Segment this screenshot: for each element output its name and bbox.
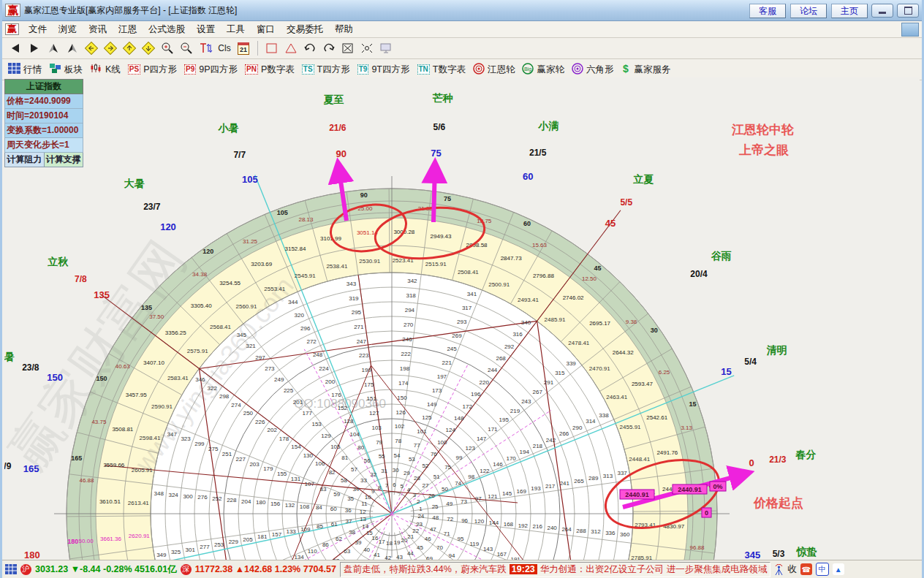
symbol-title: 上证指数 xyxy=(4,79,83,94)
menu-item-5[interactable]: 公式选股 xyxy=(143,22,191,37)
svg-text:小满: 小满 xyxy=(537,120,558,132)
svg-text:2470.91: 2470.91 xyxy=(589,365,610,372)
module-button-江恩轮[interactable]: 江恩轮 xyxy=(472,63,520,77)
menu-logo-icon: 赢 xyxy=(5,23,19,35)
t-updown-icon[interactable] xyxy=(197,40,214,56)
peak-right-icon[interactable] xyxy=(64,40,81,56)
module-button-9P四方形[interactable]: P99P四方形 xyxy=(183,64,242,76)
module-label: 行情 xyxy=(23,64,42,76)
phone-tray-icon[interactable]: ☎ xyxy=(800,563,812,575)
calendar-icon[interactable]: 21 xyxy=(235,40,252,56)
svg-text:75: 75 xyxy=(431,148,441,159)
svg-text:149: 149 xyxy=(427,401,437,408)
rotate-ccw-icon[interactable] xyxy=(301,40,319,56)
news-ticker[interactable]: 盘前走低，特斯拉跌3.44%，蔚来汽车跌 19:23 华力创通：出资2亿设立子公… xyxy=(340,562,770,577)
menu-item-8[interactable]: 窗口 xyxy=(251,22,281,37)
module-button-T数字表[interactable]: TNT数字表 xyxy=(416,64,470,76)
svg-text:3559.66: 3559.66 xyxy=(103,462,124,468)
menu-item-9[interactable]: 交易委托 xyxy=(281,22,329,37)
title-bar: 赢 赢家江恩专业版[赢家内部服务平台] - [上证指数 江恩轮] 客服论坛主页 xyxy=(2,0,922,21)
svg-text:250: 250 xyxy=(243,410,254,417)
svg-text:79: 79 xyxy=(376,439,382,446)
svg-text:105: 105 xyxy=(277,209,288,216)
diamond-down-icon[interactable] xyxy=(140,40,157,56)
peak-left-icon[interactable] xyxy=(45,40,62,56)
svg-text:0%: 0% xyxy=(713,483,722,490)
svg-text:226: 226 xyxy=(255,419,265,425)
cls-icon[interactable]: Cls xyxy=(216,40,233,56)
module-button-P数字表[interactable]: PNP数字表 xyxy=(243,64,299,76)
rotate-cw-icon[interactable] xyxy=(320,40,338,56)
menu-item-4[interactable]: 江恩 xyxy=(113,22,143,37)
titlebar-button-1[interactable]: 客服 xyxy=(749,4,786,18)
titlebar-button-2[interactable]: 论坛 xyxy=(790,4,827,18)
menu-item-6[interactable]: 设置 xyxy=(191,22,221,37)
module-button-K线[interactable]: K线 xyxy=(88,63,125,76)
rect-tool-icon[interactable] xyxy=(263,40,281,56)
menu-item-2[interactable]: 浏览 xyxy=(53,22,83,37)
module-button-赢家服务[interactable]: $赢家服务 xyxy=(619,63,675,77)
svg-text:109: 109 xyxy=(300,526,311,533)
calc-resistance-button[interactable]: 计算阻力 xyxy=(4,153,45,167)
module-button-P四方形[interactable]: PSP四方形 xyxy=(126,64,181,76)
svg-text:26: 26 xyxy=(428,493,435,499)
mdi-child-controls[interactable] xyxy=(901,23,919,37)
menu-item-3[interactable]: 资讯 xyxy=(83,22,113,37)
svg-text:11: 11 xyxy=(361,501,368,507)
drop-tray-icon[interactable]: ▲ xyxy=(833,563,844,575)
diamond-up-icon[interactable] xyxy=(121,40,138,56)
module-button-板块[interactable]: 板块 xyxy=(48,63,87,76)
news-item-2[interactable]: 华力创通：出资2亿设立子公司 进一步聚焦集成电路领域 xyxy=(540,563,767,576)
module-button-赢家轮[interactable]: Big赢家轮 xyxy=(520,63,569,77)
diamond-left-icon[interactable] xyxy=(83,40,100,56)
svg-text:100: 100 xyxy=(437,439,447,446)
news-item-1[interactable]: 盘前走低，特斯拉跌3.44%，蔚来汽车跌 xyxy=(344,563,507,576)
svg-text:220: 220 xyxy=(480,379,490,386)
svg-text:51: 51 xyxy=(433,474,440,480)
triangle-tool-icon[interactable] xyxy=(282,40,300,56)
module-button-行情[interactable]: 行情 xyxy=(7,63,46,76)
zoom-in-icon[interactable] xyxy=(159,40,176,56)
svg-text:36: 36 xyxy=(345,507,352,514)
shanghai-index[interactable]: 3031.23 ▼-8.44 -0.28% 4516.01亿 xyxy=(35,563,177,576)
svg-text:12: 12 xyxy=(360,509,366,515)
module-button-9T四方形[interactable]: T99T四方形 xyxy=(356,64,414,76)
minimize-button[interactable] xyxy=(871,4,893,18)
svg-text:9.38: 9.38 xyxy=(626,319,637,325)
zhong-tray-icon[interactable]: 中 xyxy=(816,563,829,576)
svg-text:247: 247 xyxy=(357,338,367,345)
menu-item-10[interactable]: 帮助 xyxy=(329,22,359,37)
menu-item-1[interactable]: 文件 xyxy=(23,22,53,37)
box-x-icon[interactable] xyxy=(339,40,357,56)
calc-support-button[interactable]: 计算支撑 xyxy=(45,153,84,167)
svg-text:253: 253 xyxy=(214,541,224,548)
titlebar-button-3[interactable]: 主页 xyxy=(831,4,868,18)
svg-text:130: 130 xyxy=(303,452,314,459)
back-icon[interactable] xyxy=(7,40,24,56)
present-icon[interactable] xyxy=(377,40,395,56)
fit-icon[interactable] xyxy=(358,40,376,56)
module-button-T四方形[interactable]: TST四方形 xyxy=(300,64,355,76)
minimize-icon xyxy=(879,12,886,14)
svg-text:43.75: 43.75 xyxy=(91,419,107,425)
quote-grid-icon[interactable] xyxy=(5,564,17,574)
svg-text:2455.91: 2455.91 xyxy=(620,424,641,430)
svg-text:55: 55 xyxy=(379,453,385,460)
svg-text:300: 300 xyxy=(183,493,193,500)
module-button-六角形[interactable]: 六角形 xyxy=(570,63,618,77)
svg-text:274: 274 xyxy=(231,402,241,408)
svg-text:172: 172 xyxy=(463,403,473,410)
svg-text:264: 264 xyxy=(561,526,572,533)
gann-wheel-svg[interactable]: 赢家财富网www.yingjia360.comQQ:10880903601234… xyxy=(4,77,920,560)
maximize-icon xyxy=(904,7,912,15)
forward-icon[interactable] xyxy=(26,40,43,56)
maximize-button[interactable] xyxy=(897,4,919,18)
shenzhen-index[interactable]: 11772.38 ▲142.68 1.23% 7704.57 xyxy=(195,564,336,574)
PN-icon: PN xyxy=(245,64,258,75)
menu-item-7[interactable]: 工具 xyxy=(221,22,251,37)
zoom-out-icon[interactable] xyxy=(178,40,195,56)
module-label: T数字表 xyxy=(433,64,466,76)
diamond-right-icon[interactable] xyxy=(102,40,119,56)
svg-text:323: 323 xyxy=(181,436,191,442)
svg-text:2560.91: 2560.91 xyxy=(236,303,257,310)
